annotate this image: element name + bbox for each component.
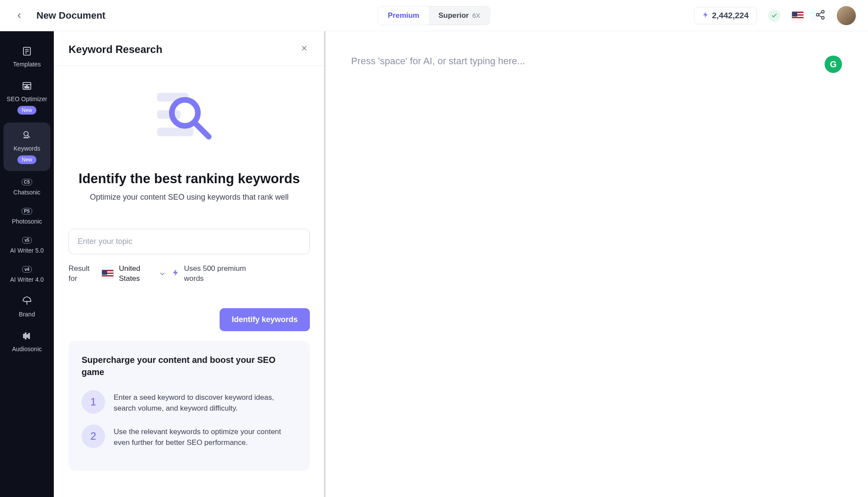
svg-line-26 [196, 124, 209, 137]
svg-point-15 [24, 137, 25, 138]
top-bar: New Document Premium Superior 6X 2,442,2… [0, 0, 868, 31]
info-step: 2 Use the relevant keywords to optimize … [82, 425, 297, 448]
avatar[interactable] [837, 6, 856, 25]
us-flag-icon [792, 11, 804, 20]
panel-title: Keyword Research [69, 43, 162, 56]
document-title[interactable]: New Document [36, 10, 105, 21]
info-heading: Supercharge your content and boost your … [82, 354, 297, 378]
sidebar-item-label: Keywords [13, 145, 40, 152]
sidebar-item-label: AI Writer 5.0 [10, 247, 44, 254]
close-panel-button[interactable] [299, 43, 310, 56]
toggle-premium[interactable]: Premium [378, 7, 429, 25]
step-number: 1 [82, 390, 105, 414]
chevron-down-icon [159, 270, 166, 277]
chevron-left-icon [15, 12, 23, 20]
templates-icon [21, 45, 33, 57]
sidebar-item-label: Photosonic [12, 218, 42, 225]
sidebar-item-label: Chatsonic [13, 189, 40, 196]
keyword-panel: Keyword Research Identify the best ranki… [54, 31, 325, 497]
bolt-icon [172, 269, 180, 279]
step-text: Use the relevant keywords to optimize yo… [114, 425, 297, 448]
uses-words-label: Uses 500 premium words [184, 264, 262, 284]
quality-toggle: Premium Superior 6X [378, 6, 490, 25]
sidebar-item-photosonic[interactable]: PS Photosonic [0, 202, 54, 231]
svg-rect-21 [27, 335, 28, 337]
magnifier-icon [163, 91, 215, 143]
svg-line-3 [819, 12, 822, 14]
ai-writer-5-icon: v5 [22, 237, 31, 244]
credits-pill[interactable]: 2,442,224 [694, 7, 757, 24]
grammarly-badge[interactable]: G [825, 56, 842, 73]
photosonic-icon: PS [22, 208, 32, 214]
country-name: United States [119, 264, 154, 284]
locale-flag[interactable] [792, 11, 804, 20]
info-card: Supercharge your content and boost your … [69, 341, 310, 471]
sidebar-item-label: Audiosonic [12, 346, 42, 352]
audiosonic-icon [21, 330, 33, 342]
sidebar-item-label: Brand [19, 311, 35, 318]
sidebar-item-ai-writer-5[interactable]: v5 AI Writer 5.0 [0, 231, 54, 260]
sidebar-item-label: Templates [13, 61, 41, 68]
check-icon [771, 13, 777, 19]
svg-rect-13 [28, 87, 29, 88]
sidebar-item-ai-writer-4[interactable]: v4 AI Writer 4.0 [0, 260, 54, 289]
sidebar-item-audiosonic[interactable]: Audiosonic [0, 324, 54, 359]
editor-placeholder: Press 'space' for AI, or start typing he… [351, 56, 842, 67]
toggle-superior[interactable]: Superior 6X [429, 7, 490, 25]
step-text: Enter a seed keyword to discover keyword… [114, 390, 297, 414]
share-icon [815, 10, 825, 20]
svg-point-17 [27, 137, 28, 138]
panel-headline: Identify the best ranking keywords [69, 171, 310, 187]
svg-rect-12 [26, 86, 27, 88]
editor-area[interactable]: Press 'space' for AI, or start typing he… [325, 31, 868, 497]
step-number: 2 [82, 425, 105, 448]
svg-rect-11 [25, 86, 26, 88]
close-icon [300, 44, 308, 52]
sidebar: Templates SEO Optimizer New Keywords New… [0, 31, 54, 497]
sidebar-item-label: AI Writer 4.0 [10, 276, 44, 283]
back-button[interactable] [12, 9, 26, 23]
result-for-label: Result for [69, 264, 95, 284]
brand-icon [21, 295, 33, 307]
share-button[interactable] [815, 10, 825, 22]
info-step: 1 Enter a seed keyword to discover keywo… [82, 390, 297, 414]
toggle-superior-mult: 6X [472, 12, 480, 19]
identify-keywords-button[interactable]: Identify keywords [220, 308, 310, 331]
status-badge[interactable] [768, 10, 780, 22]
bolt-icon [702, 11, 709, 20]
new-badge: New [17, 155, 36, 164]
us-flag-icon [102, 270, 114, 278]
sidebar-item-brand[interactable]: Brand [0, 289, 54, 324]
sidebar-item-chatsonic[interactable]: CS Chatsonic [0, 173, 54, 202]
toggle-superior-label: Superior [438, 11, 469, 20]
panel-subtitle: Optimize your content SEO using keywords… [69, 193, 310, 202]
keywords-icon [21, 129, 33, 142]
seo-optimizer-icon [21, 80, 33, 92]
sidebar-item-templates[interactable]: Templates [0, 39, 54, 74]
topic-input[interactable] [69, 229, 310, 254]
sidebar-item-keywords[interactable]: Keywords New [3, 122, 50, 171]
chatsonic-icon: CS [22, 179, 32, 185]
hero-illustration [153, 81, 226, 154]
country-selector[interactable]: United States [102, 264, 166, 284]
sidebar-item-seo-optimizer[interactable]: SEO Optimizer New [0, 74, 54, 121]
credits-amount: 2,442,224 [712, 11, 749, 20]
ai-writer-4-icon: v4 [22, 266, 31, 273]
svg-rect-19 [23, 334, 24, 338]
sidebar-item-label: SEO Optimizer [7, 95, 47, 102]
new-badge: New [17, 106, 36, 115]
svg-rect-20 [25, 333, 26, 339]
svg-line-4 [819, 15, 822, 17]
svg-point-16 [26, 137, 26, 138]
svg-rect-22 [29, 333, 30, 339]
